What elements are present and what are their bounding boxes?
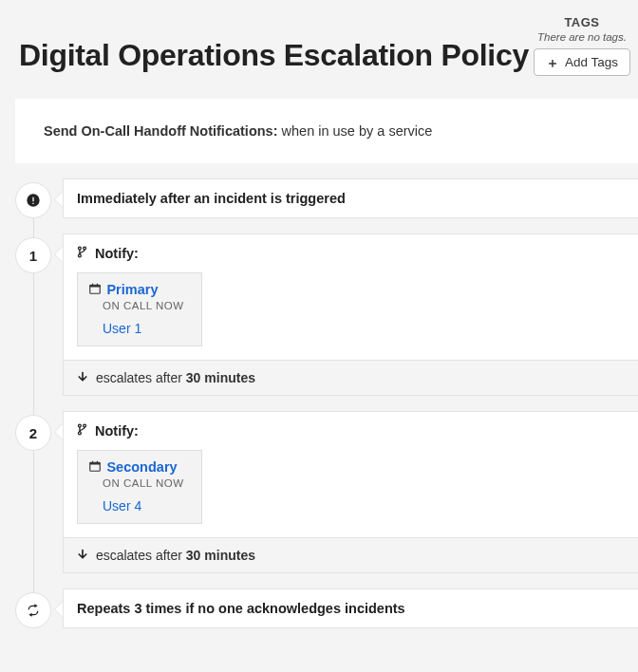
notify-label-2: Notify: (95, 423, 139, 439)
add-tags-label: Add Tags (565, 55, 618, 69)
user-link-2[interactable]: User 4 (103, 498, 141, 513)
branch-icon (77, 423, 91, 439)
tags-section: TAGS There are no tags. ＋ Add Tags (534, 15, 630, 76)
escalate-prefix-2: escalates after (96, 548, 186, 563)
schedule-link-primary[interactable]: Primary (106, 282, 158, 297)
schedule-card-secondary[interactable]: Secondary ON CALL NOW User 4 (77, 450, 202, 524)
schedule-card-primary[interactable]: Primary ON CALL NOW User 1 (77, 272, 202, 346)
handoff-card: Send On-Call Handoff Notifications: when… (15, 99, 638, 163)
handoff-label: Send On-Call Handoff Notifications: (44, 123, 282, 139)
repeat-panel: Repeats 3 times if no one acknowledges i… (63, 588, 638, 628)
escalate-footer-1: escalates after 30 minutes (64, 360, 638, 395)
plus-icon: ＋ (546, 56, 559, 69)
escalation-timeline: Immediately after an incident is trigger… (15, 178, 638, 628)
escalate-prefix-1: escalates after (96, 370, 186, 385)
svg-rect-11 (90, 462, 101, 464)
svg-rect-5 (92, 284, 93, 286)
svg-rect-4 (90, 285, 101, 287)
svg-point-2 (84, 247, 86, 250)
page-title: Digital Operations Escalation Policy (19, 38, 529, 73)
notify-header-2: Notify: (64, 412, 638, 450)
step-repeat: Repeats 3 times if no one acknowledges i… (15, 588, 638, 628)
level-2-panel: Notify: Secondary ON CALL NOW User 4 (63, 411, 638, 573)
alert-icon (15, 182, 51, 218)
schedule-status-1: ON CALL NOW (103, 300, 184, 311)
svg-point-9 (84, 424, 86, 427)
svg-point-0 (78, 247, 81, 250)
arrow-down-icon (77, 548, 92, 563)
branch-icon (77, 246, 91, 261)
escalate-value-2: 30 minutes (186, 548, 255, 563)
svg-point-1 (78, 254, 81, 257)
tags-label: TAGS (534, 15, 630, 29)
svg-point-8 (78, 432, 81, 435)
repeat-text: Repeats 3 times if no one acknowledges i… (64, 589, 638, 627)
arrow-down-icon (77, 370, 92, 385)
schedule-link-secondary[interactable]: Secondary (106, 459, 177, 475)
level-1-panel: Notify: Primary ON CALL NOW User 1 (63, 233, 638, 396)
schedule-status-2: ON CALL NOW (103, 477, 184, 489)
notify-header-1: Notify: (64, 234, 638, 272)
svg-point-7 (78, 424, 81, 427)
escalate-footer-2: escalates after 30 minutes (64, 537, 638, 572)
step-level-1: 1 Notify: (15, 233, 638, 396)
tags-empty-text: There are no tags. (534, 31, 630, 43)
handoff-value: when in use by a service (282, 123, 433, 139)
calendar-icon (89, 458, 104, 475)
immediate-panel: Immediately after an incident is trigger… (63, 178, 638, 218)
calendar-icon (89, 281, 104, 297)
level-2-marker: 2 (15, 415, 51, 451)
step-immediate: Immediately after an incident is trigger… (15, 178, 638, 218)
escalate-value-1: 30 minutes (186, 370, 255, 385)
svg-rect-12 (92, 461, 93, 463)
step-level-2: 2 Notify: (15, 411, 638, 573)
level-1-marker: 1 (15, 237, 51, 273)
svg-rect-13 (97, 461, 98, 463)
notify-label-1: Notify: (95, 246, 139, 261)
add-tags-button[interactable]: ＋ Add Tags (534, 48, 630, 76)
svg-rect-6 (97, 284, 98, 286)
user-link-1[interactable]: User 1 (103, 321, 141, 336)
repeat-icon (15, 592, 51, 628)
immediate-text: Immediately after an incident is trigger… (64, 179, 638, 217)
